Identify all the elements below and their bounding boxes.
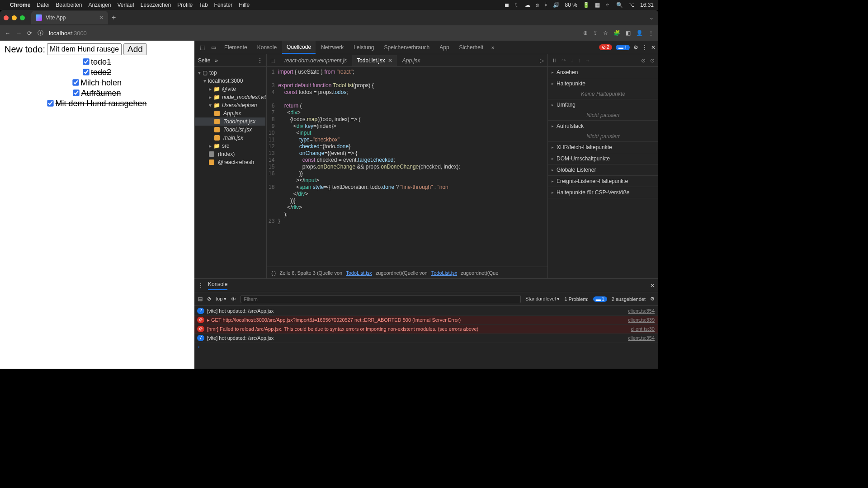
- control-center-icon[interactable]: ⌥: [628, 2, 635, 8]
- tree-file[interactable]: @react-refresh: [195, 158, 265, 166]
- devtools-tab-active[interactable]: Quellcode: [282, 41, 316, 54]
- bluetooth-icon[interactable]: ᚼ: [544, 2, 547, 8]
- console-filter-input[interactable]: [241, 295, 521, 303]
- back-button[interactable]: ←: [5, 30, 10, 37]
- new-todo-input[interactable]: [47, 43, 122, 55]
- debug-panel-header[interactable]: XHR/fetch-Haltepunkte: [548, 142, 658, 153]
- more-icon[interactable]: ⋮: [257, 57, 263, 64]
- console-log[interactable]: 2client.ts:354[vite] hot updated: /src/A…: [194, 307, 658, 316]
- console-tab-label[interactable]: Konsole: [208, 281, 227, 290]
- log-source[interactable]: client.ts:339: [628, 317, 655, 324]
- source-link[interactable]: TodoList.jsx: [346, 270, 372, 276]
- sidepanel-icon[interactable]: ◧: [626, 30, 631, 36]
- menu-item[interactable]: Lesezeichen: [141, 2, 171, 8]
- more-icon[interactable]: ⋮: [198, 282, 203, 289]
- issues-badge[interactable]: ▬1: [593, 296, 607, 302]
- debug-panel-header[interactable]: Aufrufstack: [548, 121, 658, 131]
- settings-icon[interactable]: ⚙: [650, 296, 655, 302]
- menu-item[interactable]: Profile: [177, 2, 193, 8]
- more-tabs-icon[interactable]: »: [489, 44, 497, 51]
- console-prompt[interactable]: ›: [194, 343, 658, 350]
- profile-icon[interactable]: 👤: [636, 30, 643, 36]
- maximize-window-button[interactable]: [20, 15, 25, 20]
- hidden-label[interactable]: 2 ausgeblendet: [612, 296, 646, 302]
- eye-icon[interactable]: 👁: [231, 296, 236, 302]
- run-icon[interactable]: ▷: [540, 57, 544, 64]
- url-field[interactable]: localhost:3000: [49, 30, 578, 37]
- tree-file[interactable]: main.jsx: [195, 134, 265, 142]
- browser-tab[interactable]: Vite App ✕: [31, 11, 108, 24]
- bookmark-icon[interactable]: ☆: [603, 30, 608, 36]
- volume-icon[interactable]: 🔊: [553, 2, 560, 8]
- console-error[interactable]: ⊘client.ts:30[hmr] Failed to reload /src…: [194, 325, 658, 334]
- devtools-tab[interactable]: Konsole: [253, 42, 281, 53]
- todo-checkbox[interactable]: [83, 69, 89, 75]
- tree-file-selected[interactable]: TodoInput.jsx: [195, 117, 265, 126]
- close-tab-icon[interactable]: ✕: [99, 14, 104, 21]
- debug-panel-header[interactable]: Umfang: [548, 99, 658, 110]
- search-icon[interactable]: 🔍: [616, 2, 623, 8]
- pause-icon[interactable]: ⏸: [552, 57, 557, 64]
- forward-button[interactable]: →: [16, 30, 22, 37]
- step-icon[interactable]: →: [585, 57, 590, 64]
- tree-folder[interactable]: 📁 src: [195, 142, 265, 150]
- app-name[interactable]: Chrome: [10, 2, 30, 8]
- step-into-icon[interactable]: ↓: [571, 57, 573, 64]
- site-info-icon[interactable]: ⓘ: [38, 29, 43, 37]
- menu-item[interactable]: Tab: [199, 2, 208, 8]
- devtools-tab[interactable]: Netzwerk: [316, 42, 348, 53]
- clock[interactable]: 16:31: [640, 2, 654, 8]
- more-icon[interactable]: ⋮: [642, 44, 647, 51]
- file-tab[interactable]: App.jsx: [398, 55, 425, 66]
- extensions-icon[interactable]: 🧩: [613, 30, 620, 36]
- debug-panel-header[interactable]: Haltepunkte für CSP-Verstöße: [548, 187, 658, 198]
- source-link[interactable]: TodoList.jsx: [431, 270, 457, 276]
- debug-panel-header[interactable]: Ansehen: [548, 67, 658, 78]
- log-source[interactable]: client.ts:30: [631, 326, 655, 333]
- tree-folder[interactable]: 📁 node_modules/.vite/deps: [195, 93, 265, 101]
- more-tabs-icon[interactable]: »: [215, 57, 218, 64]
- devtools-tab[interactable]: Leistung: [349, 42, 378, 53]
- file-tab[interactable]: react-dom.development.js: [280, 55, 351, 66]
- debug-panel-header[interactable]: Haltepunkte: [548, 78, 658, 89]
- device-toggle-icon[interactable]: ▭: [208, 44, 219, 51]
- level-select[interactable]: Standardlevel ▾: [525, 296, 560, 302]
- format-icon[interactable]: { }: [271, 270, 276, 276]
- context-select[interactable]: top ▾: [216, 296, 226, 302]
- code-editor[interactable]: 1346789101112131415161823 import { useSt…: [267, 67, 547, 267]
- tree-file[interactable]: (Index): [195, 150, 265, 158]
- error-badge[interactable]: ⊘2: [599, 44, 612, 50]
- step-out-icon[interactable]: ↑: [578, 57, 580, 64]
- tree-folder[interactable]: 📁 @vite: [195, 85, 265, 93]
- menu-item[interactable]: Datei: [37, 2, 49, 8]
- chevron-down-icon[interactable]: ⌄: [649, 14, 654, 21]
- file-tab-active[interactable]: TodoList.jsx✕: [352, 55, 397, 66]
- step-over-icon[interactable]: ↷: [561, 57, 566, 64]
- devtools-tab[interactable]: Elemente: [220, 42, 252, 53]
- menu-item[interactable]: Anzeigen: [88, 2, 111, 8]
- sources-tab[interactable]: Seite: [198, 57, 210, 64]
- debug-panel-header[interactable]: Globale Listener: [548, 164, 658, 175]
- search-icon[interactable]: ⊕: [583, 30, 588, 36]
- minimize-window-button[interactable]: [12, 15, 17, 20]
- devtools-tab[interactable]: Speicherverbrauch: [380, 42, 434, 53]
- moon-icon[interactable]: ☾: [514, 2, 519, 8]
- add-button[interactable]: Add: [123, 43, 147, 55]
- menu-icon[interactable]: ⋮: [648, 30, 654, 36]
- tree-host[interactable]: localhost:3000: [195, 77, 265, 85]
- share-icon[interactable]: ⇪: [593, 30, 598, 36]
- status-icon[interactable]: ▦: [595, 2, 600, 8]
- debug-panel-header[interactable]: DOM-Umschaltpunkte: [548, 153, 658, 164]
- nav-icon[interactable]: ⬚: [270, 57, 275, 64]
- todo-checkbox[interactable]: [47, 100, 54, 106]
- issues-badge[interactable]: ▬1: [616, 45, 630, 50]
- menu-item[interactable]: Bearbeiten: [56, 2, 82, 8]
- tree-file[interactable]: TodoList.jsx: [195, 126, 265, 134]
- battery-icon[interactable]: 🔋: [583, 2, 590, 8]
- status-icon[interactable]: ◼: [505, 2, 509, 8]
- todo-checkbox[interactable]: [72, 79, 79, 85]
- console-log[interactable]: 7client.ts:354[vite] hot updated: /src/A…: [194, 334, 658, 343]
- menu-item[interactable]: Verlauf: [117, 2, 134, 8]
- tree-folder[interactable]: 📁 Users/stephan: [195, 101, 265, 109]
- close-drawer-icon[interactable]: ✕: [650, 282, 655, 289]
